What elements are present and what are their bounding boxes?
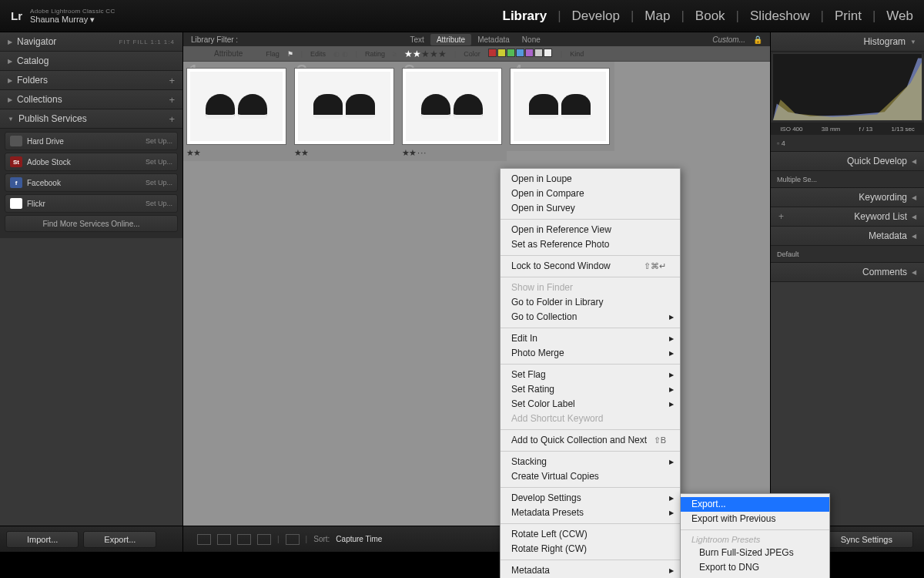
compare-view-icon[interactable] xyxy=(237,534,251,545)
app-name: Adobe Lightroom Classic CC xyxy=(30,8,116,15)
histogram xyxy=(772,53,922,121)
comments-header[interactable]: Comments◀ xyxy=(771,263,924,282)
painter-icon[interactable] xyxy=(286,534,300,545)
loupe-view-icon[interactable] xyxy=(217,534,231,545)
submenu-item[interactable]: Export... xyxy=(681,497,829,512)
menu-item[interactable]: Develop Settings xyxy=(500,491,680,506)
keywording-header[interactable]: Keywording◀ xyxy=(771,188,924,207)
flag-icon[interactable]: ⚑ xyxy=(287,50,293,58)
thumbnail-cell[interactable]: 2★★ xyxy=(291,62,399,161)
filter-tab-metadata[interactable]: Metadata xyxy=(471,34,516,45)
menu-item[interactable]: Open in Reference View xyxy=(500,223,680,237)
filter-tab-attribute[interactable]: Attribute xyxy=(430,34,471,45)
survey-view-icon[interactable] xyxy=(257,534,271,545)
publish-flickr[interactable]: ••FlickrSet Up... xyxy=(5,194,178,213)
thumbnail-cell[interactable]: 4 xyxy=(507,62,614,151)
menu-item[interactable]: Set Flag xyxy=(500,368,680,382)
menu-item[interactable]: Rotate Left (CCW) xyxy=(500,527,680,542)
top-bar: Lr Adobe Lightroom Classic CC Shauna Mur… xyxy=(0,0,924,32)
export-button[interactable]: Export... xyxy=(83,531,156,548)
navigator-header[interactable]: ▶NavigatorFIT FILL 1:1 1:4 xyxy=(0,32,182,52)
menu-item: Add Shortcut Keyword xyxy=(500,412,680,426)
menu-item[interactable]: Set Color Label xyxy=(500,397,680,412)
rating-filter[interactable]: ★★★★★ xyxy=(404,49,447,59)
module-web[interactable]: Web xyxy=(886,8,913,24)
menu-item[interactable]: Go to Collection xyxy=(500,310,680,324)
left-panel: ▶NavigatorFIT FILL 1:1 1:4 ▶Catalog ▶Fol… xyxy=(0,32,183,552)
app-logo: Lr xyxy=(11,9,22,22)
histogram-header[interactable]: Histogram▼ xyxy=(771,32,924,52)
quick-develop-header[interactable]: Quick Develop◀ xyxy=(771,152,924,171)
metadata-header[interactable]: Metadata◀ xyxy=(771,227,924,246)
menu-item[interactable]: Lock to Second Window⇧⌘↵ xyxy=(500,259,680,274)
menu-item[interactable]: Rotate Right (CW) xyxy=(500,542,680,556)
module-map[interactable]: Map xyxy=(644,8,670,24)
filter-tab-none[interactable]: None xyxy=(516,34,547,45)
module-book[interactable]: Book xyxy=(695,8,725,24)
menu-item[interactable]: Open in Loupe xyxy=(500,172,680,187)
context-menu[interactable]: Open in LoupeOpen in CompareOpen in Surv… xyxy=(500,168,681,578)
menu-item[interactable]: Go to Folder in Library xyxy=(500,295,680,310)
submenu-item[interactable]: Burn Full-Sized JPEGs xyxy=(681,546,829,560)
collections-header[interactable]: ▶Collections+ xyxy=(0,90,182,109)
import-button[interactable]: Import... xyxy=(6,531,79,548)
filter-lock-icon[interactable]: 🔒 xyxy=(753,35,762,44)
menu-item[interactable]: Set Rating xyxy=(500,382,680,397)
color-filter[interactable] xyxy=(488,49,553,59)
publish-hard-drive[interactable]: Hard DriveSet Up... xyxy=(5,132,178,150)
identity-plate[interactable]: Shauna Murray ▾ xyxy=(30,15,116,25)
grid-view-icon[interactable] xyxy=(197,534,211,545)
submenu-item[interactable]: For Email xyxy=(681,575,829,578)
folders-header[interactable]: ▶Folders+ xyxy=(0,71,182,90)
menu-item[interactable]: Stacking xyxy=(500,455,680,469)
publish-adobe-stock[interactable]: StAdobe StockSet Up... xyxy=(5,153,178,171)
menu-item[interactable]: Metadata Presets xyxy=(500,506,680,520)
exif-strip: ISO 40038 mmf / 131/13 sec xyxy=(771,123,924,135)
keyword-list-header[interactable]: +Keyword List◀ xyxy=(771,207,924,227)
library-filter-bar: Library Filter : TextAttributeMetadataNo… xyxy=(183,32,770,46)
export-submenu[interactable]: Export...Export with PreviousLightroom P… xyxy=(680,493,830,578)
sort-value[interactable]: Capture Time xyxy=(336,535,382,543)
menu-item[interactable]: Set as Reference Photo xyxy=(500,237,680,252)
module-library[interactable]: Library xyxy=(503,8,547,24)
menu-item: Show in Finder xyxy=(500,281,680,295)
submenu-item[interactable]: Export to DNG xyxy=(681,560,829,575)
thumbnail-cell[interactable]: 1★★ xyxy=(183,62,291,161)
sort-label: Sort: xyxy=(313,535,330,543)
menu-item[interactable]: Add to Quick Collection and Next⇧B xyxy=(500,433,680,448)
publish-header[interactable]: ▼Publish Services+ xyxy=(0,109,182,129)
menu-item[interactable]: Metadata xyxy=(500,563,680,578)
filter-tab-text[interactable]: Text xyxy=(404,34,430,45)
module-print[interactable]: Print xyxy=(835,8,862,24)
catalog-header[interactable]: ▶Catalog xyxy=(0,52,182,71)
thumbnail-grid[interactable]: 1★★2★★3★★ · · ·4 xyxy=(183,62,770,526)
right-panel: Histogram▼ ISO 40038 mmf / 131/13 sec ▫ … xyxy=(770,32,924,552)
menu-item[interactable]: Open in Survey xyxy=(500,201,680,216)
menu-item[interactable]: Create Virtual Copies xyxy=(500,469,680,484)
menu-item[interactable]: Edit In xyxy=(500,331,680,346)
filter-label: Library Filter : xyxy=(191,35,238,44)
module-picker: Library|Develop|Map|Book|Slideshow|Print… xyxy=(503,8,914,24)
center-panel: Library Filter : TextAttributeMetadataNo… xyxy=(183,32,770,552)
thumbnail-cell[interactable]: 3★★ · · · xyxy=(399,62,507,161)
publish-facebook[interactable]: fFacebookSet Up... xyxy=(5,173,178,192)
find-more-services[interactable]: Find More Services Online... xyxy=(5,215,178,232)
menu-item[interactable]: Open in Compare xyxy=(500,187,680,201)
sync-settings-button[interactable]: Sync Settings xyxy=(820,531,913,548)
filter-preset[interactable]: Custom... xyxy=(712,35,745,44)
submenu-item[interactable]: Export with Previous xyxy=(681,512,829,526)
menu-item[interactable]: Photo Merge xyxy=(500,346,680,361)
module-develop[interactable]: Develop xyxy=(572,8,620,24)
module-slideshow[interactable]: Slideshow xyxy=(750,8,810,24)
attribute-filter-bar: Attribute Flag ⚑ | Edits ◐ ◐ | Rating ≥ … xyxy=(183,46,770,62)
